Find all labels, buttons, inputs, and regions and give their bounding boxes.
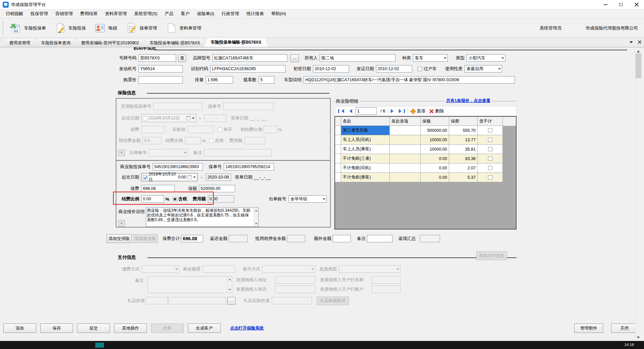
taskbar-app-chip[interactable] [95,343,104,348]
manage-attachments-button[interactable]: 管理附件 [574,323,603,333]
table-row[interactable]: 第三者责任险 500000.00 555.70 [335,126,516,135]
close-button[interactable] [629,0,644,9]
model-desc-input[interactable]: HQD1120YQJ/红旗CA7165AT4轿车/一汽集团/手自一体 豪华型 国… [304,76,515,84]
tab-fee-edit[interactable]: 费用表编辑-苏州平安20190902 [74,39,146,47]
toolbar-document-manage-button[interactable]: 资料单管理 [161,20,206,36]
displacement-input[interactable]: 1.595 [206,76,233,84]
vin-input[interactable]: LFPH3ACC2A1E98285 [210,65,285,72]
vertical-scrollbar[interactable] [635,48,641,341]
menu-item-report[interactable]: 统计报表 [243,9,268,18]
commercial-amount-input[interactable]: 520000.00 [199,185,235,192]
table-row[interactable]: 不计免赔(三者) 0.00 83.36 [335,154,516,163]
cell-amount[interactable]: 0.00 [421,173,449,182]
maximize-button[interactable] [613,0,629,9]
tab-close-icon[interactable] [638,40,641,44]
close-tab-button[interactable]: 关闭 [611,323,638,333]
table-row[interactable]: 车上人员(乘客) 10000.00 35.81 [335,145,516,154]
commercial-ratio-input[interactable]: 0.00 [141,195,164,203]
menu-item-product[interactable]: 产品 [161,9,177,18]
gift-more-button[interactable]: … [227,297,235,305]
row-selector[interactable] [335,173,341,182]
minimize-button[interactable] [598,0,613,9]
cell-clause[interactable]: 第三者责任险 [341,126,390,135]
row-selector[interactable] [335,154,341,163]
add-compulsory-button[interactable]: 添加交强险 [107,234,131,243]
cell-option[interactable] [390,154,421,163]
cell-premium[interactable]: 555.70 [449,126,478,135]
deductible-checkbox[interactable] [488,166,492,170]
toolbar-auto-insure-button[interactable]: 车险投保 [50,20,90,36]
cell-option[interactable] [390,135,421,145]
commercial-account-select[interactable]: 余琴琴组 [288,195,327,203]
add-button[interactable]: 添加 [3,323,36,333]
tab-policy-edit-1[interactable]: 车险投保单编辑-苏B578XS [143,39,207,47]
row-selector[interactable] [335,145,341,154]
cell-option[interactable] [390,145,421,154]
summary-note-input[interactable] [367,235,392,242]
table-row[interactable]: 不计免赔(司机) 0.00 2.07 [335,163,516,173]
refund-input[interactable] [229,235,248,242]
submit-button[interactable]: 提交 [77,323,110,333]
first-reg-input[interactable]: 2010-12-02 [313,65,349,72]
commercial-tax-included-checkbox[interactable] [173,197,177,201]
row-selector[interactable] [335,126,341,135]
seats-input[interactable]: 5 [259,76,275,84]
tab-policy-edit-2-active[interactable]: 车险投保单编辑-苏B578XS [204,38,268,47]
cell-premium[interactable]: 83.36 [449,154,478,163]
cell-clause[interactable]: 不计免赔(乘客) [341,173,390,182]
deductible-checkbox[interactable] [488,138,492,142]
type-select[interactable]: 小型汽车 [467,54,505,62]
kind-select[interactable]: 客车 [413,54,448,62]
engine-input[interactable]: Y56514 [139,65,183,72]
cell-option[interactable] [390,173,421,182]
date-checkbox-checked[interactable] [143,175,147,180]
deductible-checkbox[interactable] [488,175,492,180]
cell-amount[interactable]: 0.00 [421,154,449,163]
open-insurance-system-link[interactable]: 点击打开保险系统 [230,326,264,331]
usage-select[interactable]: 家庭自用 [465,65,502,72]
commercial-appno-input[interactable]: 54515013901186623983 [153,163,203,170]
other-ops-button[interactable]: 其他操作 [114,323,147,333]
menu-item-fee-settle[interactable]: 费用结算 [76,9,101,18]
menu-item-help[interactable]: 帮助(H) [268,9,290,18]
table-row[interactable]: 不计免赔(乘客) 0.00 5.37 [335,173,516,182]
scrollbar-down-button[interactable] [635,335,641,341]
brand-more-button[interactable]: … [290,54,299,62]
menu-item-admin[interactable]: 行政管理 [218,9,243,18]
row-selector[interactable] [335,163,341,173]
menu-item-library[interactable]: 资料库管理 [101,9,130,18]
commercial-remove-button[interactable]: × [118,220,125,227]
brand-input[interactable]: 红旗CA7165AT4轿车 [212,54,287,62]
next-page-button[interactable] [391,109,395,113]
cashback-input[interactable] [420,235,440,242]
extra-amount-input[interactable] [333,235,351,242]
transfer-checkbox[interactable] [418,67,422,71]
menu-item-marketing[interactable]: 营销管理 [52,9,76,18]
cell-amount[interactable]: 0.00 [421,163,449,173]
tab-fee-table[interactable]: 费用表管理 [3,39,37,47]
scroll-down-icon[interactable] [255,223,258,226]
row-selector[interactable] [335,135,341,145]
add-clause-button[interactable]: 新添 [411,108,425,114]
toolbar-auto-policy-form-button[interactable]: 车险投保单 [6,20,50,36]
delete-clause-button[interactable]: 删除 [429,108,444,114]
commercial-premium-input[interactable]: 696.08 [141,185,175,192]
menu-item-schedule[interactable]: 日程提醒 [2,9,27,18]
save-button[interactable]: 保存 [40,323,73,333]
menu-item-policy[interactable]: 保险单(I) [193,9,218,18]
plate-lookup-button[interactable]: 查 [178,54,186,62]
deposit-input[interactable] [287,235,305,242]
scroll-up-icon[interactable] [255,208,258,211]
cell-option[interactable] [390,126,421,135]
deductible-checkbox[interactable] [488,147,492,151]
cell-clause[interactable]: 车上人员(司机) [341,135,390,145]
owner-input[interactable]: 陈二地 [320,54,395,62]
commercial-fee-input[interactable]: 0.00 [208,195,234,203]
table-row[interactable]: 车上人员(司机) 10000.00 13.77 [335,135,516,145]
page-number-input[interactable]: 1 [356,107,377,115]
menu-item-customer[interactable]: 客户 [177,9,193,18]
commercial-policyno-input[interactable]: 14515013900795258214 [224,163,274,170]
issue-date-input[interactable]: 2010-12-02 [376,65,412,72]
cell-premium[interactable]: 5.37 [449,173,478,182]
scrollbar-up-button[interactable] [635,48,641,53]
